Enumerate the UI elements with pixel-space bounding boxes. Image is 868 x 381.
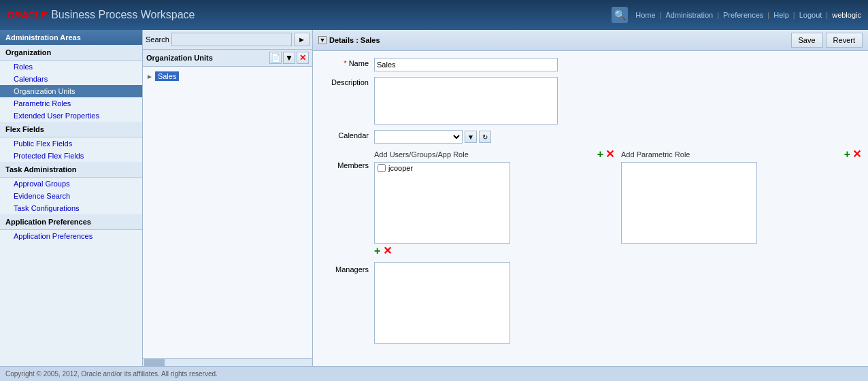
calendar-dropdown-btn[interactable]: ▼ (465, 131, 477, 143)
members-add-more-button[interactable]: + (374, 246, 380, 256)
details-body: * Name Description Calendar ▼ ↻ (313, 51, 868, 366)
sidebar-item-roles[interactable]: Roles (0, 61, 142, 73)
calendar-select[interactable] (374, 130, 463, 144)
calendar-row: Calendar ▼ ↻ (320, 130, 861, 144)
users-groups-header: Add Users/Groups/App Role + ✕ (374, 149, 614, 160)
section-flex-fields: Flex Fields (0, 122, 142, 137)
name-row: * Name (320, 58, 861, 71)
sidebar: Administration Areas Organization Roles … (0, 30, 143, 366)
managers-box (374, 262, 861, 344)
new-item-button[interactable]: 📄 (269, 52, 282, 64)
members-label: Members (320, 149, 374, 169)
search-bar: Search ► (143, 30, 312, 50)
name-input[interactable] (374, 58, 558, 71)
save-button[interactable]: Save (791, 33, 823, 48)
nav-help[interactable]: Help (773, 11, 789, 19)
sidebar-item-task-configs[interactable]: Task Configurations (0, 202, 142, 214)
sidebar-item-extended-user-props[interactable]: Extended User Properties (0, 110, 142, 122)
nav-home[interactable]: Home (635, 11, 655, 19)
parametric-list (621, 162, 757, 244)
search-button[interactable]: ► (294, 33, 310, 46)
members-bottom-actions: + ✕ (374, 246, 614, 256)
oracle-logo: ORACLE (7, 10, 47, 20)
parametric-role-header: Add Parametric Role + ✕ (621, 149, 861, 160)
members-remove-button[interactable]: ✕ (383, 246, 392, 256)
description-textarea[interactable] (374, 77, 558, 125)
header-left: ORACLE Business Process Workspace (7, 9, 195, 21)
middle-panel-title: Organization Units (146, 54, 213, 62)
parametric-role-title: Add Parametric Role (621, 150, 690, 159)
section-organization: Organization (0, 45, 142, 61)
sidebar-item-calendars[interactable]: Calendars (0, 73, 142, 85)
nav-logout[interactable]: Logout (799, 11, 822, 19)
member-item[interactable]: jcooper (375, 163, 510, 173)
sidebar-title: Administration Areas (0, 30, 142, 45)
collapse-button[interactable]: ▼ (318, 36, 327, 44)
parametric-role-box: Add Parametric Role + ✕ (621, 149, 861, 256)
nav-preferences[interactable]: Preferences (723, 11, 763, 19)
sidebar-item-org-units[interactable]: Organization Units (0, 85, 142, 97)
search-label: Search (146, 35, 169, 44)
calendar-controls: ▼ ↻ (374, 130, 491, 144)
details-header: ▼ Details : Sales Save Revert (313, 30, 868, 51)
tree-item-label[interactable]: Sales (155, 71, 180, 81)
header-right: 🔍 Home | Administration | Preferences | … (612, 7, 861, 23)
users-delete-button[interactable]: ✕ (605, 149, 614, 160)
users-list: jcooper (374, 162, 510, 244)
name-label: * Name (320, 58, 374, 67)
header: ORACLE Business Process Workspace 🔍 Home… (0, 0, 868, 30)
tree-item-sales[interactable]: ► Sales (146, 70, 309, 82)
description-row: Description (320, 77, 861, 125)
horizontal-scroll[interactable] (143, 358, 312, 366)
app-title: Business Process Workspace (51, 9, 195, 21)
sidebar-item-parametric-roles[interactable]: Parametric Roles (0, 97, 142, 110)
parametric-add-button[interactable]: + (844, 149, 850, 160)
managers-row: Managers (320, 262, 861, 344)
sidebar-item-evidence-search[interactable]: Evidence Search (0, 190, 142, 202)
nav-administration[interactable]: Administration (665, 11, 713, 19)
details-title: ▼ Details : Sales (318, 36, 380, 44)
members-row: Members Add Users/Groups/App Role + ✕ (320, 149, 861, 256)
sidebar-item-protected-flex[interactable]: Protected Flex Fields (0, 150, 142, 162)
users-add-button[interactable]: + (597, 149, 603, 160)
help-icon[interactable]: 🔍 (612, 7, 628, 23)
details-panel: ▼ Details : Sales Save Revert * Name Des… (313, 30, 868, 366)
sidebar-item-approval-groups[interactable]: Approval Groups (0, 178, 142, 190)
member-name: jcooper (388, 164, 413, 172)
copyright-text: Copyright © 2005, 2012, Oracle and/or it… (5, 370, 218, 378)
search-input[interactable] (171, 33, 292, 46)
revert-button[interactable]: Revert (826, 33, 863, 48)
parametric-delete-button[interactable]: ✕ (852, 149, 861, 160)
section-app-prefs: Application Preferences (0, 214, 142, 230)
middle-content: ► Sales (143, 67, 312, 358)
calendar-refresh-btn[interactable]: ↻ (479, 131, 491, 143)
details-title-text: Details : Sales (329, 36, 380, 44)
sidebar-item-app-prefs[interactable]: Application Preferences (0, 230, 142, 242)
description-label: Description (320, 77, 374, 86)
member-checkbox[interactable] (378, 164, 386, 172)
close-button[interactable]: ✕ (297, 52, 309, 64)
main-container: Administration Areas Organization Roles … (0, 30, 868, 366)
username: weblogic (832, 11, 861, 19)
section-task-admin: Task Administration (0, 162, 142, 178)
middle-toolbar-buttons: 📄 ▼ ✕ (269, 52, 309, 64)
details-actions: Save Revert (791, 33, 863, 48)
sidebar-item-public-flex[interactable]: Public Flex Fields (0, 137, 142, 150)
middle-toolbar: Organization Units 📄 ▼ ✕ (143, 50, 312, 67)
users-groups-box: Add Users/Groups/App Role + ✕ jcooper (374, 149, 614, 256)
tree-arrow: ► (146, 73, 153, 80)
footer: Copyright © 2005, 2012, Oracle and/or it… (0, 366, 868, 381)
dropdown-button[interactable]: ▼ (283, 52, 295, 64)
scroll-thumb[interactable] (144, 359, 165, 366)
managers-label: Managers (320, 262, 374, 274)
users-groups-title: Add Users/Groups/App Role (374, 150, 469, 159)
calendar-label: Calendar (320, 130, 374, 139)
managers-list (374, 262, 510, 344)
middle-panel: Search ► Organization Units 📄 ▼ ✕ ► Sale… (143, 30, 313, 366)
